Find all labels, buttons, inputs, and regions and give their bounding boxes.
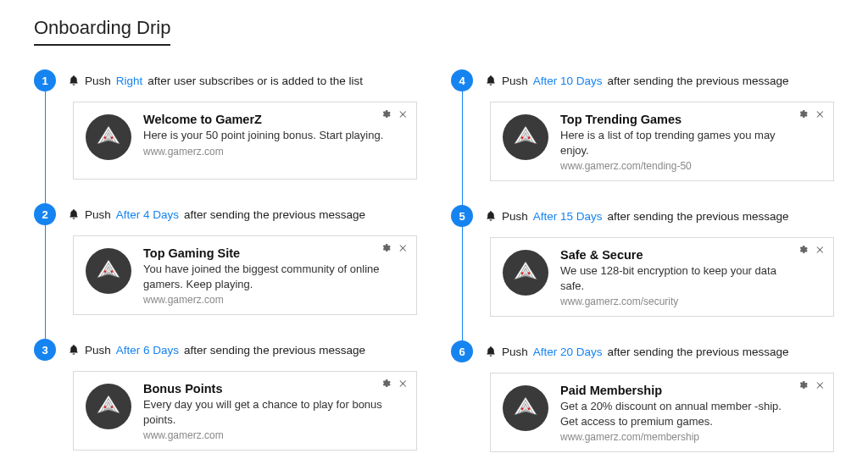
trigger-line: Push After 15 Days after sending the pre… [485, 205, 834, 227]
close-icon[interactable] [398, 379, 408, 389]
svg-point-8 [521, 272, 524, 274]
drip-step: 5 Push After 15 Days after sending the p… [451, 205, 834, 340]
trigger-line: Push After 6 Days after sending the prev… [68, 339, 417, 361]
svg-point-11 [528, 408, 531, 411]
push-label: Push [502, 346, 528, 358]
card-description: You have joined the biggest community of… [143, 262, 384, 291]
push-label: Push [85, 344, 111, 357]
steps-columns: 1 Push Right after user subscribes or is… [34, 69, 834, 470]
timing-accent: After 6 Days [116, 344, 179, 357]
bell-icon [485, 210, 497, 222]
message-card[interactable]: Top Trending Games Here is a list of top… [490, 102, 834, 181]
bell-icon [68, 208, 80, 220]
card-url: www.gamerz.com [143, 294, 384, 306]
close-icon[interactable] [815, 245, 825, 255]
trigger-line: Push After 20 Days after sending the pre… [485, 340, 834, 362]
message-card[interactable]: Welcome to GamerZ Here is your 50 point … [73, 102, 417, 180]
timing-accent: After 20 Days [533, 346, 603, 358]
svg-point-1 [111, 136, 114, 139]
card-title: Welcome to GamerZ [143, 113, 384, 126]
timing-accent: Right [116, 75, 143, 87]
drip-step: 2 Push After 4 Days after sending the pr… [34, 203, 417, 339]
bell-icon [68, 75, 80, 86]
gear-icon[interactable] [798, 245, 808, 255]
timing-accent: After 15 Days [533, 210, 603, 223]
card-url: www.gamerz.com/security [560, 296, 801, 307]
trigger-suffix: after sending the previous message [608, 210, 789, 223]
card-description: Here is a list of top trending games you… [560, 128, 801, 158]
close-icon[interactable] [398, 243, 408, 253]
step-number: 1 [34, 69, 56, 91]
trigger-line: Push After 4 Days after sending the prev… [68, 203, 417, 225]
svg-point-3 [111, 270, 114, 273]
svg-point-7 [528, 136, 531, 139]
card-url: www.gamerz.com [143, 146, 384, 158]
brand-avatar [86, 248, 131, 294]
bell-icon [485, 346, 497, 357]
svg-point-6 [521, 136, 524, 139]
message-card[interactable]: Top Gaming Site You have joined the bigg… [73, 235, 417, 315]
card-description: Every day you will get a chance to play … [143, 397, 384, 427]
close-icon[interactable] [815, 109, 825, 119]
card-description: Get a 20% discount on annual member -shi… [560, 399, 801, 429]
svg-point-10 [521, 408, 524, 411]
trigger-line: Push After 10 Days after sending the pre… [485, 69, 834, 91]
brand-avatar [86, 114, 131, 160]
drip-step: 3 Push After 6 Days after sending the pr… [34, 339, 417, 470]
gear-icon[interactable] [381, 379, 391, 389]
card-description: Here is your 50 point joining bonus. Sta… [143, 128, 384, 143]
gear-icon[interactable] [798, 109, 808, 119]
svg-point-2 [104, 270, 107, 273]
trigger-line: Push Right after user subscribes or is a… [68, 69, 417, 91]
message-card[interactable]: Bonus Points Every day you will get a ch… [73, 371, 417, 451]
gear-icon[interactable] [381, 109, 391, 119]
step-number: 6 [451, 340, 473, 362]
push-label: Push [85, 75, 111, 87]
close-icon[interactable] [398, 109, 408, 119]
message-card[interactable]: Paid Membership Get a 20% discount on an… [490, 373, 834, 452]
step-number: 3 [34, 339, 56, 361]
gear-icon[interactable] [381, 243, 391, 253]
close-icon[interactable] [815, 380, 825, 390]
brand-avatar [503, 250, 548, 296]
brand-avatar [503, 385, 548, 431]
drip-step: 1 Push Right after user subscribes or is… [34, 69, 417, 203]
trigger-suffix: after user subscribes or is added to the… [147, 75, 363, 87]
trigger-suffix: after sending the previous message [184, 344, 365, 357]
card-url: www.gamerz.com/tending-50 [560, 160, 801, 172]
step-number: 2 [34, 203, 56, 225]
svg-point-0 [104, 136, 107, 139]
card-title: Top Trending Games [560, 113, 801, 126]
push-label: Push [502, 75, 528, 87]
svg-point-4 [104, 406, 107, 408]
brand-avatar [503, 114, 548, 160]
page-title: Onboarding Drip [34, 17, 170, 46]
svg-point-9 [528, 272, 531, 274]
card-title: Safe & Secure [560, 248, 801, 262]
trigger-suffix: after sending the previous message [184, 208, 365, 221]
card-title: Bonus Points [143, 382, 384, 395]
step-number: 5 [451, 205, 473, 227]
svg-point-5 [111, 406, 114, 408]
push-label: Push [502, 210, 528, 223]
card-url: www.gamerz.com/membership [560, 431, 801, 443]
push-label: Push [85, 208, 111, 221]
gear-icon[interactable] [798, 380, 808, 390]
step-number: 4 [451, 69, 473, 91]
timing-accent: After 4 Days [116, 208, 179, 221]
card-description: We use 128-bit encryption to keep your d… [560, 263, 801, 293]
bell-icon [68, 344, 80, 356]
timing-accent: After 10 Days [533, 75, 603, 87]
card-url: www.gamerz.com [143, 429, 384, 441]
trigger-suffix: after sending the previous message [608, 346, 789, 358]
drip-step: 6 Push After 20 Days after sending the p… [451, 340, 834, 470]
drip-step: 4 Push After 10 Days after sending the p… [451, 69, 834, 205]
brand-avatar [86, 384, 131, 429]
message-card[interactable]: Safe & Secure We use 128-bit encryption … [490, 237, 834, 317]
trigger-suffix: after sending the previous message [608, 75, 789, 87]
bell-icon [485, 75, 497, 86]
card-title: Top Gaming Site [143, 246, 384, 260]
card-title: Paid Membership [560, 384, 801, 397]
